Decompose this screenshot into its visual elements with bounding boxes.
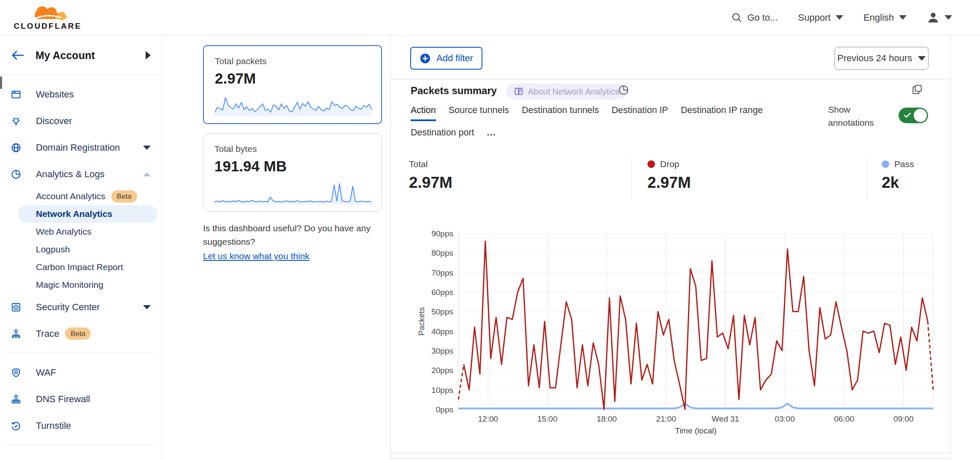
- feedback-link[interactable]: Let us know what you think: [203, 249, 309, 263]
- x-axis-title: Time (local): [675, 426, 717, 435]
- next-panel-edge: [390, 458, 950, 460]
- sidebar-item-label: Turnstile: [36, 420, 71, 431]
- sparkline-line: [214, 184, 371, 202]
- sidebar-item-label: Security Center: [36, 302, 100, 313]
- brand-text: CLOUDFLARE: [14, 22, 82, 30]
- sidebar-item-label: Websites: [36, 89, 74, 100]
- about-badge-label: About Network Analytics: [528, 87, 619, 97]
- sidebar-item-label: DNS Firewall: [36, 394, 90, 405]
- sidebar-item-label: Logpush: [36, 244, 70, 254]
- top-nav: Go to... Support English: [731, 11, 952, 24]
- feedback-block: Is this dashboard useful? Do you have an…: [203, 222, 394, 263]
- chevron-down-icon: [836, 15, 843, 20]
- chevron-down-icon: [143, 305, 151, 309]
- chevron-right-icon[interactable]: [146, 51, 151, 60]
- check-icon: [904, 113, 911, 118]
- sidebar-item-label: Network Analytics: [36, 209, 112, 219]
- account-title: My Account: [35, 49, 95, 62]
- show-annotations-toggle[interactable]: [899, 108, 928, 123]
- sidebar-item-trace[interactable]: Trace Beta: [0, 320, 162, 347]
- sidebar-item-account-analytics[interactable]: Account Analytics Beta: [0, 187, 162, 205]
- total-packets-card[interactable]: Total packets 2.97M: [203, 45, 382, 124]
- y-tick-label: 40pps: [431, 327, 453, 336]
- browser-window-icon: [11, 89, 21, 100]
- rotate-check-icon: [11, 421, 21, 431]
- toggle-knob: [914, 109, 927, 122]
- x-tick-label: 18:00: [597, 414, 617, 423]
- sidebar-item-label: WAF: [36, 367, 56, 378]
- y-axis-title: Packets: [417, 307, 426, 336]
- sidebar-item-logpush[interactable]: Logpush: [0, 241, 162, 258]
- y-tick-label: 10pps: [431, 386, 453, 395]
- sidebar-item-label: Trace: [36, 328, 59, 339]
- cloudflare-logo[interactable]: CLOUDFLARE: [8, 4, 88, 31]
- stat-pass: Pass 2k: [882, 159, 914, 192]
- packets-time-series-chart[interactable]: 0pps10pps20pps30pps40pps50pps60pps70pps8…: [414, 228, 942, 441]
- sidebar-item-label: Account Analytics: [36, 191, 106, 201]
- tab-destination-port[interactable]: Destination port: [411, 127, 474, 142]
- sidebar-item-waf[interactable]: WAF: [0, 359, 162, 386]
- support-label: Support: [798, 12, 831, 23]
- tab-destination-tunnels[interactable]: Destination tunnels: [522, 105, 599, 121]
- sidebar-item-security-center[interactable]: Security Center: [0, 294, 162, 320]
- shield-gear-icon: [11, 368, 21, 378]
- account-header: My Account: [0, 36, 162, 75]
- sidebar-item-analytics-logs[interactable]: Analytics & Logs: [0, 161, 162, 187]
- about-network-analytics-badge[interactable]: About Network Analytics: [506, 84, 627, 100]
- sidebar-item-label: Domain Registration: [36, 142, 120, 153]
- packets-sparkline: [215, 93, 372, 117]
- chevron-down-icon: [918, 56, 926, 61]
- chevron-down-icon: [899, 15, 907, 20]
- sidebar: My Account Websites Discover: [0, 36, 162, 460]
- sparkline-area: [214, 184, 371, 204]
- divider: [867, 159, 867, 200]
- sidebar-scrollbar[interactable]: [0, 76, 2, 89]
- sidebar-item-partial[interactable]: [0, 451, 162, 460]
- y-tick-label: 60pps: [431, 288, 453, 297]
- bytes-sparkline: [214, 181, 371, 205]
- x-tick-label: 03:00: [775, 414, 795, 423]
- language-menu[interactable]: English: [864, 12, 907, 23]
- expand-panel-icon[interactable]: [912, 84, 923, 95]
- account-menu[interactable]: [927, 11, 952, 24]
- y-tick-label: 20pps: [431, 366, 453, 375]
- stat-value: 2k: [882, 174, 914, 192]
- support-menu[interactable]: Support: [798, 12, 843, 23]
- y-tick-label: 90pps: [431, 229, 453, 238]
- drop-series-dashed-start: [458, 364, 464, 399]
- sidebar-item-discover[interactable]: Discover: [0, 108, 162, 134]
- y-tick-label: 70pps: [431, 268, 453, 277]
- sidebar-item-network-analytics[interactable]: Network Analytics: [18, 205, 157, 223]
- chevron-down-icon: [945, 15, 952, 20]
- add-filter-label: Add filter: [436, 53, 473, 64]
- goto-search[interactable]: Go to...: [731, 12, 778, 23]
- sidebar-item-dns-firewall[interactable]: DNS Firewall: [0, 386, 162, 412]
- x-tick-label: 21:00: [656, 414, 676, 423]
- sidebar-item-magic-monitoring[interactable]: Magic Monitoring: [0, 276, 162, 294]
- y-tick-label: 50pps: [431, 307, 453, 316]
- sidebar-item-label: Discover: [36, 116, 72, 127]
- tab-destination-ip-range[interactable]: Destination IP range: [681, 105, 763, 121]
- stat-label: Drop: [660, 159, 680, 169]
- sidebar-item-websites[interactable]: Websites: [0, 81, 162, 108]
- more-tabs-ellipsis[interactable]: ...: [487, 127, 496, 142]
- time-pie-icon[interactable]: [618, 84, 629, 96]
- chevron-down-icon: [143, 146, 151, 150]
- tab-source-tunnels[interactable]: Source tunnels: [449, 105, 509, 121]
- pie-chart-icon: [11, 169, 21, 179]
- pass-legend-dot: [882, 160, 889, 168]
- tab-action[interactable]: Action: [411, 105, 436, 121]
- book-icon: [514, 87, 523, 96]
- stat-drop: Drop 2.97M: [647, 159, 691, 192]
- sidebar-item-carbon-impact-report[interactable]: Carbon Impact Report: [0, 258, 162, 276]
- add-filter-button[interactable]: Add filter: [410, 47, 482, 70]
- time-range-button[interactable]: Previous 24 hours: [834, 47, 929, 70]
- back-arrow-icon[interactable]: [11, 50, 24, 61]
- sidebar-item-web-analytics[interactable]: Web Analytics: [0, 223, 162, 241]
- sidebar-item-domain-registration[interactable]: Domain Registration: [0, 134, 162, 161]
- sidebar-item-turnstile[interactable]: Turnstile: [0, 412, 162, 439]
- user-icon: [927, 11, 939, 24]
- total-bytes-card[interactable]: Total bytes 191.94 MB: [203, 133, 382, 211]
- card-title: Total packets: [215, 56, 370, 66]
- tab-destination-ip[interactable]: Destination IP: [612, 105, 668, 121]
